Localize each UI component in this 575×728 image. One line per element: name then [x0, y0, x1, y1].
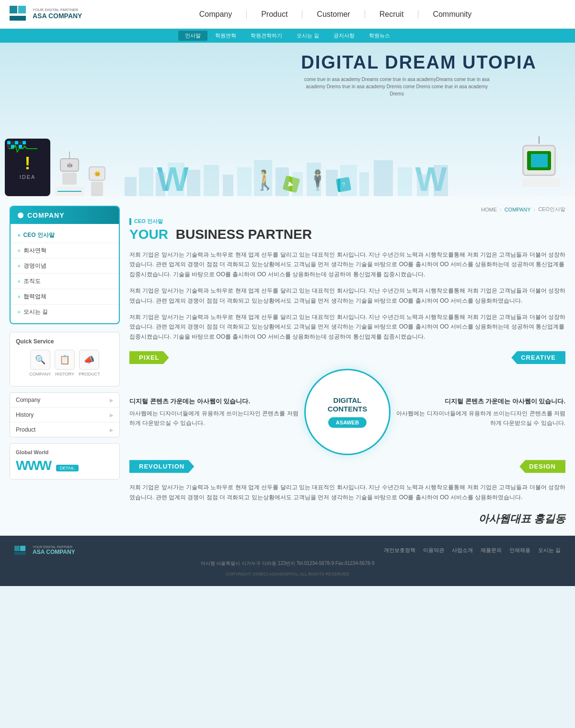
- subnav-directions[interactable]: 오시는 길: [290, 31, 326, 41]
- idea-box: ! IDEA: [5, 139, 50, 196]
- breadcrumb-company[interactable]: COMPANY: [505, 207, 531, 212]
- subnav-insaul[interactable]: 인사말: [178, 31, 207, 41]
- svg-rect-11: [307, 163, 321, 196]
- quick-label-product: PRODUCT: [79, 372, 100, 376]
- svg-rect-3: [168, 163, 184, 196]
- sidebar-company-header: COMPANY: [11, 207, 119, 224]
- idea-label: IDEA: [20, 174, 36, 180]
- quick-service-title: Quick Service: [16, 338, 114, 345]
- hero-subtitle: come true in asa academy Dreams come tru…: [301, 76, 493, 97]
- chevron-icon: «: [18, 233, 21, 238]
- footer-links: 개인보호정책 이용약관 사업소개 재품문의 인재채용 오시는 길: [384, 547, 561, 554]
- sidebar-item-label: 협력업체: [23, 293, 46, 301]
- subnav-news[interactable]: 학원뉴스: [362, 31, 397, 41]
- document-icon: 📋: [55, 350, 75, 370]
- svg-rect-2: [156, 172, 165, 196]
- svg-rect-16: [398, 167, 412, 196]
- sidebar-link-product[interactable]: Product ▶: [10, 423, 119, 437]
- quick-icon-product[interactable]: 📣 PRODUCT: [79, 350, 100, 376]
- body-paragraph-1: 저희 기업은 앞서가는 기술력과 노하우로 현재 업계 선두를 달리고 있는 대…: [129, 250, 565, 279]
- diagram-left-bold: 디지털 콘텐츠 가운데는 아사웹이 있습니다.: [129, 397, 299, 407]
- diagram-right-text: 디지털 콘텐츠 가운데는 아사웹이 있습니다. 아사웹에는 디자이너들에게 유용…: [395, 397, 565, 428]
- svg-rect-18: [434, 165, 448, 196]
- quick-icon-history[interactable]: 📋 HISTORY: [55, 350, 75, 376]
- quick-service: Quick Service 🔍 COMPANY 📋 HISTORY 📣 PROD…: [10, 332, 120, 387]
- bottom-paragraph: 저희 기업은 앞서가는 기술력과 노하우로 현재 업계 선두를 달리고 있는 대…: [129, 482, 565, 502]
- nav-product[interactable]: Product: [247, 10, 302, 19]
- main-content: COMPANY « CEO 인사말 « 회사연혁 « 경영이념 « 조직도: [0, 196, 575, 536]
- diagram-right-bold: 디지털 콘텐츠 가운데는 아사웹이 있습니다.: [395, 397, 565, 407]
- asaweb-button[interactable]: ASAWEB: [328, 417, 367, 428]
- sidebar-link-company[interactable]: Company ▶: [10, 393, 119, 408]
- footer-link-careers[interactable]: 인재채용: [509, 547, 530, 554]
- subnav-visit[interactable]: 학원견학하기: [244, 31, 289, 41]
- svg-rect-6: [223, 175, 233, 196]
- chevron-icon: «: [18, 279, 21, 284]
- footer-name: ASA COMPANY: [33, 549, 75, 555]
- nav-customer[interactable]: Customer: [302, 10, 365, 19]
- svg-rect-12: [326, 170, 338, 196]
- sidebar-item-org[interactable]: « 조직도: [11, 274, 119, 289]
- diagram-left-text: 디지털 콘텐츠 가운데는 아사웹이 있습니다. 아사웹에는 디자이너들에게 유용…: [129, 397, 299, 428]
- sidebar-item-ceo[interactable]: « CEO 인사말: [11, 228, 119, 243]
- sidebar-links: Company ▶ History ▶ Product ▶: [10, 392, 120, 437]
- breadcrumb-sep: ›: [500, 207, 502, 212]
- logo: YOUR DIGITAL PARTNER ASA COMPANY: [10, 6, 105, 23]
- footer-link-privacy[interactable]: 개인보호정책: [384, 547, 415, 554]
- search-icon: 🔍: [30, 350, 50, 370]
- subnav-notice[interactable]: 공지사항: [327, 31, 361, 41]
- chevron-icon: «: [18, 309, 21, 315]
- diagram-section: PIXEL CREATIVE 디지털 콘텐츠 가운데는 아사웹이 있습니다. 아…: [129, 351, 565, 473]
- sidebar-item-partner[interactable]: « 협력업체: [11, 289, 119, 305]
- sidebar-item-label: 오시는 길: [23, 308, 48, 316]
- sidebar-company-box: COMPANY « CEO 인사말 « 회사연혁 « 경영이념 « 조직도: [10, 206, 120, 324]
- sidebar-item-directions[interactable]: « 오시는 길: [11, 305, 119, 319]
- svg-rect-7: [237, 167, 252, 196]
- svg-rect-10: [292, 172, 303, 196]
- nav-recruit[interactable]: Recruit: [365, 10, 419, 19]
- breadcrumb-home[interactable]: HOME: [481, 207, 497, 212]
- footer-logo-icon: [14, 546, 26, 555]
- logo-name: ASA COMPANY: [33, 12, 82, 20]
- nav-company[interactable]: Company: [185, 10, 247, 19]
- breadcrumb: HOME › COMPANY › CEO인사말: [129, 206, 565, 213]
- hero-title-area: DIGITAL DREAM UTOPIA come true in asa ac…: [301, 52, 537, 97]
- signature: 아사웹대표 홍길동: [129, 512, 565, 526]
- diagram-center-title: DIGITAL CONTENTS: [328, 396, 368, 413]
- sidebar-item-management[interactable]: « 경영이념: [11, 258, 119, 274]
- body-paragraph-2: 저희 기업은 앞서가는 기술력과 노하우로 현재 업계 선두를 달리고 있는 대…: [129, 286, 565, 305]
- svg-rect-13: [340, 165, 357, 196]
- footer-link-products[interactable]: 재품문의: [481, 547, 502, 554]
- page-title: YOUR BUSINESS PARTNER: [129, 227, 565, 242]
- chevron-icon: «: [18, 248, 21, 253]
- pixel-label: PIXEL: [129, 351, 169, 364]
- sidebar-item-label: 조직도: [23, 277, 41, 285]
- city-skyline: [120, 158, 455, 196]
- footer-logo: YOUR DIGITAL PARTNER ASA COMPANY: [14, 545, 75, 555]
- footer-copyright: COPYRIGHT 2008(C) ASAHOSPITAL ALL RIGHTS…: [14, 572, 561, 576]
- svg-rect-1: [139, 167, 153, 196]
- breadcrumb-current: CEO인사말: [538, 206, 565, 213]
- footer-logo-text: YOUR DIGITAL PARTNER ASA COMPANY: [33, 545, 75, 555]
- svg-rect-4: [187, 170, 200, 196]
- heading-bar: [129, 218, 131, 225]
- quick-label-history: HISTORY: [55, 372, 74, 376]
- arrow-right-icon: ▶: [110, 412, 114, 418]
- footer-link-terms[interactable]: 이용약관: [423, 547, 444, 554]
- footer-link-directions[interactable]: 오시는 길: [538, 547, 561, 554]
- diagram-left-desc: 아사웹에는 디자이너들에게 유용하게 쓰이는디자인 콘텐츠를 저렴하게 다운받으…: [129, 409, 299, 427]
- quick-icons: 🔍 COMPANY 📋 HISTORY 📣 PRODUCT: [16, 350, 114, 376]
- svg-rect-9: [276, 167, 289, 196]
- sidebar-item-history[interactable]: « 회사연혁: [11, 243, 119, 258]
- nav-community[interactable]: Community: [418, 10, 486, 19]
- detail-badge[interactable]: DETAIL: [56, 465, 79, 471]
- arrow-right-icon: ▶: [110, 398, 114, 403]
- breadcrumb-sep: ›: [533, 207, 535, 212]
- footer-link-business[interactable]: 사업소개: [452, 547, 473, 554]
- heading-sub-text: CEO 인사말: [134, 218, 163, 225]
- svg-rect-8: [254, 160, 272, 196]
- subnav-history[interactable]: 학원연혁: [208, 31, 243, 41]
- sidebar-link-history[interactable]: History ▶: [10, 408, 119, 423]
- diagram-content: 디지털 콘텐츠 가운데는 아사웹이 있습니다. 아사웹에는 디자이너들에게 유용…: [129, 369, 565, 455]
- quick-icon-company[interactable]: 🔍 COMPANY: [29, 350, 51, 376]
